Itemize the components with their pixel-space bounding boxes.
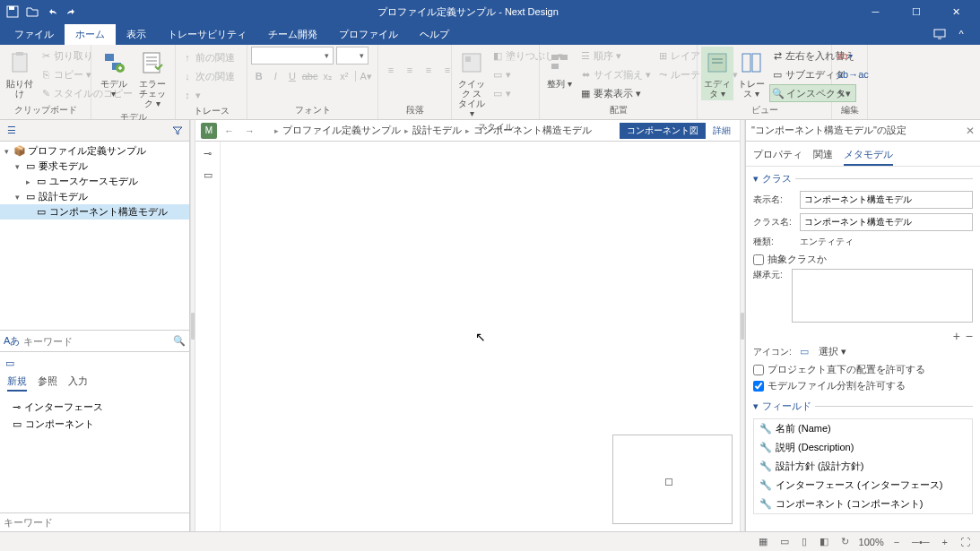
tab-home[interactable]: ホーム <box>65 24 116 45</box>
inspector-tab-property[interactable]: プロパティ <box>753 145 802 166</box>
trace-more-button[interactable]: ↕▾ <box>179 86 237 104</box>
undo-icon[interactable] <box>43 3 61 21</box>
search-type-icon[interactable]: Aあ <box>4 334 20 348</box>
save-icon[interactable] <box>4 3 22 21</box>
diagram-type-badge[interactable]: コンポーネント図 <box>620 123 706 139</box>
inspector-close-icon[interactable]: ✕ <box>966 125 975 137</box>
tab-help[interactable]: ヘルプ <box>409 24 460 45</box>
maximize-button[interactable]: ☐ <box>896 0 936 23</box>
replace-button[interactable]: ab→ac <box>836 65 871 83</box>
tree-component[interactable]: ▭コンポーネント構造モデル <box>0 204 189 220</box>
palette-component[interactable]: ▭コンポーネント <box>7 416 182 433</box>
tab-traceability[interactable]: トレーサビリティ <box>157 24 257 45</box>
nav-back-icon[interactable]: ← <box>221 125 238 136</box>
tree-icon[interactable]: ☰ <box>4 123 20 139</box>
subscript-button[interactable]: x₂ <box>319 67 335 85</box>
close-button[interactable]: ✕ <box>936 0 976 23</box>
editor-button[interactable]: エディタ ▾ <box>701 47 733 100</box>
underline-button[interactable]: U <box>284 67 300 85</box>
tab-profile[interactable]: プロファイル <box>328 24 409 45</box>
status-grid-icon[interactable]: ▦ <box>756 536 770 547</box>
select-button[interactable]: ↖▾ <box>836 84 871 102</box>
lower-tab-new[interactable]: 新規 <box>7 373 27 392</box>
icon-select-button[interactable]: 選択 ▾ <box>819 345 846 358</box>
class-name-input[interactable] <box>800 213 973 231</box>
crumb-3[interactable]: コンポーネント構造モデル <box>473 124 592 137</box>
field-item[interactable]: 🔧設計方針 (設計方針) <box>754 457 972 476</box>
palette-interface[interactable]: ⊸インターフェース <box>7 399 182 416</box>
lower-tab-ref[interactable]: 参照 <box>38 373 57 392</box>
crumb-1[interactable]: プロファイル定義サンプル <box>282 124 401 137</box>
tab-file[interactable]: ファイル <box>4 24 65 45</box>
font-size-combo[interactable] <box>336 47 369 65</box>
crumb-2[interactable]: 設計モデル <box>412 124 462 137</box>
diagram-canvas[interactable]: ↖ <box>221 142 740 531</box>
allow-split-checkbox[interactable] <box>753 381 764 392</box>
paste-button[interactable]: 貼り付け <box>4 47 36 100</box>
redo-icon[interactable] <box>63 3 81 21</box>
status-refresh-icon[interactable]: ↻ <box>838 536 852 547</box>
tree-search-input[interactable] <box>23 336 169 347</box>
field-item[interactable]: 🔧インターフェース (インターフェース) <box>754 476 972 495</box>
superscript-button[interactable]: x² <box>336 67 352 85</box>
prev-related-button[interactable]: ↑前の関連 <box>179 48 237 66</box>
status-layout2-icon[interactable]: ▯ <box>799 536 810 547</box>
search-submit-icon[interactable]: 🔍 <box>173 335 186 347</box>
align-right-button[interactable]: ≡ <box>420 61 438 79</box>
minimize-button[interactable]: ─ <box>855 0 896 23</box>
traceview-button[interactable]: トレース ▾ <box>735 47 768 100</box>
open-icon[interactable] <box>23 3 41 21</box>
zoom-out-icon[interactable]: − <box>891 537 902 547</box>
tab-team[interactable]: チーム開発 <box>257 24 328 45</box>
tree-usecase[interactable]: ▸▭ユースケースモデル <box>0 174 189 189</box>
field-item[interactable]: 🔧名前 (Name) <box>754 419 972 438</box>
abstract-checkbox[interactable] <box>753 254 764 265</box>
field-item[interactable]: 🔧説明 (Description) <box>754 438 972 457</box>
chevron-down-icon[interactable]: ▾ <box>753 173 759 185</box>
align-button[interactable]: 整列 ▾ <box>543 47 576 90</box>
detail-link[interactable]: 詳細 <box>709 125 734 137</box>
tree-req[interactable]: ▾▭要求モデル <box>0 159 189 174</box>
tree-root[interactable]: ▾📦プロファイル定義サンプル <box>0 143 189 159</box>
font-family-combo[interactable] <box>251 47 334 65</box>
pointer-tool-icon[interactable]: ⊸ <box>200 145 216 161</box>
remove-inherit-icon[interactable]: − <box>966 329 973 343</box>
zoom-in-icon[interactable]: + <box>940 537 950 547</box>
tab-view[interactable]: 表示 <box>116 24 157 45</box>
fit-screen-icon[interactable]: ⛶ <box>958 537 973 547</box>
inspector-tab-metamodel[interactable]: メタモデル <box>844 145 893 166</box>
screen-icon[interactable] <box>932 27 948 41</box>
tree-design[interactable]: ▾▭設計モデル <box>0 189 189 204</box>
italic-button[interactable]: I <box>268 67 284 85</box>
new-file-icon[interactable]: ▭ <box>5 357 14 369</box>
filter-icon[interactable] <box>169 123 186 139</box>
zoom-slider[interactable]: ─•─ <box>909 537 932 547</box>
ab-button[interactable]: ab▾ <box>836 47 871 65</box>
inspector-tab-relation[interactable]: 関連 <box>813 145 833 166</box>
inherit-textarea[interactable] <box>792 269 973 323</box>
allow-root-checkbox[interactable] <box>753 365 764 375</box>
errorcheck-button[interactable]: エラーチェック ▾ <box>134 47 172 110</box>
size-button[interactable]: ⬌サイズ揃え ▾ <box>577 65 653 83</box>
rect-tool-icon[interactable]: ▭ <box>200 167 216 183</box>
chevron-down-icon[interactable]: ▾ <box>753 400 759 412</box>
status-layout3-icon[interactable]: ◧ <box>817 536 831 547</box>
next-related-button[interactable]: ↓次の関連 <box>179 67 237 85</box>
minimap[interactable] <box>612 435 733 524</box>
status-layout1-icon[interactable]: ▭ <box>777 536 792 547</box>
order-button[interactable]: ☰順序 ▾ <box>577 47 653 65</box>
collapse-ribbon-icon[interactable]: ^ <box>953 27 969 41</box>
quickstyle-button[interactable]: クイック スタイル ▾ <box>455 47 488 120</box>
nav-forward-icon[interactable]: → <box>241 125 258 136</box>
bold-button[interactable]: B <box>251 67 267 85</box>
add-inherit-icon[interactable]: + <box>953 329 960 343</box>
fontcolor-button[interactable]: A▾ <box>358 67 374 85</box>
strike-button[interactable]: abc <box>301 67 319 85</box>
lower-tab-input[interactable]: 入力 <box>68 373 88 392</box>
field-item[interactable]: 🔧コンポーネント (コンポーネント) <box>754 495 972 513</box>
align-left-button[interactable]: ≡ <box>382 61 400 79</box>
palette-search-input[interactable] <box>4 517 186 528</box>
model-button[interactable]: モデル ▾ <box>95 47 133 100</box>
summary-button[interactable]: ▦要素表示 ▾ <box>577 84 653 102</box>
align-center-button[interactable]: ≡ <box>401 61 419 79</box>
